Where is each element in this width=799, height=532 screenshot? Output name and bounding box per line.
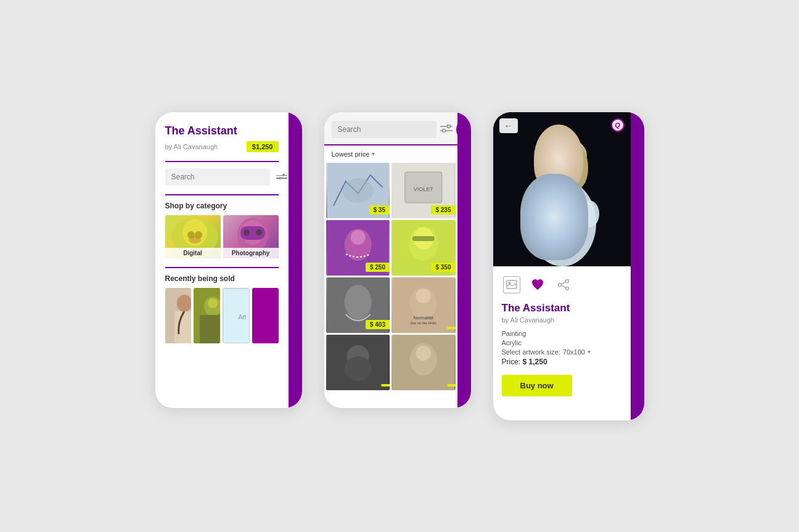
divider-2 [165, 194, 279, 195]
phone-2-content: Q Lowest price ▾ $ 35 [324, 112, 457, 392]
recently-grid: Art [165, 288, 279, 343]
actions-row [502, 275, 622, 295]
svg-point-45 [344, 356, 371, 381]
phone-2-purple-bar [457, 112, 471, 408]
price-tag-5: $ 403 [366, 320, 390, 329]
svg-point-40 [416, 289, 431, 303]
sort-arrow-icon: ▾ [372, 150, 375, 157]
price-tag-4: $ 350 [431, 263, 455, 272]
svg-point-21 [447, 125, 450, 128]
svg-point-52 [539, 141, 586, 192]
grid-item-2[interactable]: VIOLET $ 235 [391, 163, 456, 218]
artwork-grid: $ 35 VIOLET $ 235 [324, 163, 457, 392]
svg-point-8 [244, 229, 250, 235]
svg-text:VIOLET: VIOLET [414, 186, 434, 192]
divider-1 [165, 161, 279, 162]
hero-image: ← Q [493, 112, 631, 266]
svg-point-37 [344, 285, 371, 319]
phones-container: The Assistant by Ali Cavanaugh $1,250 Sh… [131, 75, 669, 457]
svg-point-62 [565, 279, 568, 282]
recently-item-4-art [252, 288, 279, 343]
category-item-photography[interactable]: Photography [223, 215, 279, 258]
category-section-title: Shop by category [165, 202, 279, 210]
price-tag-2: $ 235 [431, 205, 455, 215]
grid-item-8-image [391, 335, 456, 390]
filter-icon[interactable] [440, 123, 453, 136]
price-tag-3: $ 250 [366, 263, 390, 272]
svg-rect-51 [554, 174, 571, 205]
svg-point-56 [549, 166, 560, 172]
search-row[interactable] [165, 168, 279, 186]
recently-item-1 [165, 288, 192, 343]
grid-item-4[interactable]: $ 350 [391, 220, 456, 276]
grid-item-3[interactable]: $ 250 [326, 220, 390, 276]
price-tag-8 [447, 384, 456, 387]
favorite-button[interactable] [528, 275, 547, 295]
grid-item-6[interactable]: Normalität das ist die Hölle [391, 277, 456, 333]
phone-3-content: ← Q [493, 112, 631, 409]
recently-item-2-art [194, 288, 220, 343]
svg-line-66 [561, 285, 565, 288]
filter-lines-icon [276, 175, 287, 179]
svg-point-59 [580, 200, 599, 227]
category-grid: Digital Photography [165, 215, 279, 258]
grid-art-6: Normalität das ist die Hölle [391, 277, 456, 333]
image-gallery-icon [503, 276, 520, 293]
detail-section: The Assistant by Ali Cavanaugh Painting … [493, 266, 631, 409]
svg-rect-35 [412, 236, 435, 241]
svg-rect-60 [507, 280, 517, 289]
grid-item-5[interactable]: $ 403 [326, 277, 390, 333]
phone-1: The Assistant by Ali Cavanaugh $1,250 Sh… [155, 112, 302, 408]
svg-point-55 [566, 146, 588, 189]
svg-point-58 [525, 200, 545, 227]
heart-icon [529, 276, 546, 293]
phone-2-search-input[interactable] [332, 121, 436, 138]
price-tag-1: $ 35 [369, 205, 390, 215]
gallery-icon-svg [506, 280, 517, 290]
sort-row[interactable]: Lowest price ▾ [324, 145, 457, 163]
grid-item-6-image: Normalität das ist die Hölle [391, 277, 456, 333]
svg-rect-15 [200, 315, 220, 343]
hero-artwork [493, 112, 631, 266]
subtitle-row: by Ali Cavanaugh $1,250 [165, 141, 279, 152]
recently-item-4 [252, 288, 279, 343]
phone-1-content: The Assistant by Ali Cavanaugh $1,250 Sh… [155, 112, 289, 353]
share-icon-svg [557, 279, 570, 291]
price-row: Price: $ 1,250 [502, 358, 622, 366]
category-item-digital[interactable]: Digital [165, 215, 221, 258]
svg-text:Art: Art [239, 314, 247, 321]
sort-label: Lowest price [332, 150, 370, 158]
svg-point-9 [256, 229, 262, 235]
grid-art-7 [326, 335, 390, 390]
size-row[interactable]: Select artwork size: 70x100 ▾ [502, 348, 622, 356]
grid-item-7-image [326, 335, 390, 390]
back-button[interactable]: ← [499, 118, 518, 133]
svg-point-64 [565, 287, 568, 290]
svg-point-11 [177, 295, 192, 312]
detail-profile-icon[interactable]: Q [611, 118, 625, 132]
size-value: 70x100 [563, 348, 585, 356]
buy-now-button[interactable]: Buy now [502, 375, 572, 396]
search-input[interactable] [165, 168, 270, 186]
svg-point-57 [564, 166, 575, 172]
price-tag-6 [447, 327, 456, 329]
svg-text:das ist die Hölle: das ist die Hölle [411, 321, 437, 325]
size-dropdown-icon[interactable]: ▾ [588, 348, 591, 355]
price-tag-7 [381, 384, 390, 387]
grid-art-8 [391, 335, 456, 390]
svg-rect-12 [174, 311, 192, 343]
price-label: Price: [502, 358, 521, 366]
detail-artwork-title: The Assistant [502, 302, 622, 314]
filter-button[interactable] [274, 173, 290, 181]
grid-item-1[interactable]: $ 35 [326, 163, 390, 218]
share-button[interactable] [554, 275, 573, 295]
heart-icon-svg [531, 279, 544, 291]
filter-lines-icon [440, 125, 453, 134]
svg-point-25 [342, 178, 373, 203]
svg-point-23 [442, 129, 445, 132]
grid-item-7[interactable] [326, 335, 390, 390]
share-icon [555, 276, 572, 293]
image-gallery-button[interactable] [502, 275, 522, 295]
phone-3-purple-bar [631, 112, 644, 420]
grid-item-8[interactable] [391, 335, 456, 390]
